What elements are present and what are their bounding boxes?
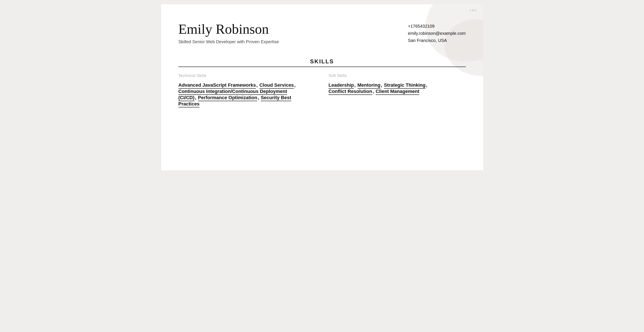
- tech-skill-1: Advanced JavaScript Frameworks: [178, 82, 256, 89]
- tech-skill-3b: (CI/CD): [178, 95, 195, 101]
- soft-skill-4: Conflict Resolution: [328, 89, 372, 95]
- soft-skill-1: Leadership: [328, 82, 354, 89]
- resume-header: Emily Robinson Skilled Senior Web Develo…: [178, 22, 466, 45]
- contact-email: emily.robinson@example.com: [408, 31, 466, 36]
- soft-skills-label: Soft Skills: [328, 73, 466, 78]
- tech-skill-4: Performance Optimization: [198, 95, 257, 101]
- technical-skills-col: Technical Skills Advanced JavaScript Fra…: [178, 73, 316, 107]
- technical-skills-label: Technical Skills: [178, 73, 316, 78]
- candidate-name: Emily Robinson: [178, 22, 408, 37]
- skills-title: SKILLS: [178, 58, 466, 65]
- skills-section: SKILLS Technical Skills Advanced JavaScr…: [178, 58, 466, 107]
- tech-skill-2: Cloud Services: [260, 82, 294, 89]
- header-left: Emily Robinson Skilled Senior Web Develo…: [178, 22, 408, 44]
- technical-skills-list: Advanced JavaScript Frameworks, Cloud Se…: [178, 82, 316, 107]
- soft-skill-3: Strategic Thinking: [384, 82, 426, 89]
- contact-phone: +1765432109: [408, 24, 466, 29]
- soft-skills-list: Leadership, Mentoring, Strategic Thinkin…: [328, 82, 466, 95]
- candidate-tagline: Skilled Senior Web Developer with Proven…: [178, 39, 408, 44]
- tech-skill-5b: Practices: [178, 101, 200, 107]
- skills-columns: Technical Skills Advanced JavaScript Fra…: [178, 73, 466, 107]
- soft-skill-2: Mentoring: [358, 82, 380, 89]
- soft-skill-5: Client Management: [376, 89, 420, 95]
- header-contact: +1765432109 emily.robinson@example.com S…: [408, 22, 466, 45]
- skills-divider: [178, 67, 466, 67]
- resume-page: 1 of 1 Emily Robinson Skilled Senior Web…: [161, 4, 483, 170]
- page-number: 1 of 1: [470, 9, 476, 12]
- tech-skill-5a: Security Best: [261, 95, 291, 101]
- contact-location: San Francisco, USA: [408, 38, 466, 43]
- tech-skill-3: Continuous Integration/Continuous Deploy…: [178, 89, 287, 95]
- soft-skills-col: Soft Skills Leadership, Mentoring, Strat…: [328, 73, 466, 107]
